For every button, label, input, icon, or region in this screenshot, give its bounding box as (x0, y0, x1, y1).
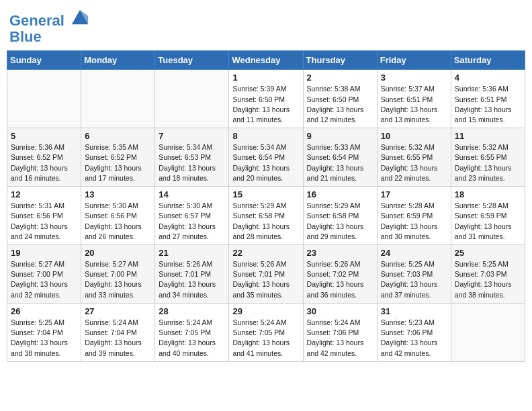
calendar-cell: 3Sunrise: 5:37 AM Sunset: 6:51 PM Daylig… (377, 70, 451, 128)
day-header-thursday: Thursday (303, 51, 377, 70)
day-header-saturday: Saturday (451, 51, 525, 70)
day-info: Sunrise: 5:39 AM Sunset: 6:50 PM Dayligh… (232, 84, 299, 125)
day-info: Sunrise: 5:31 AM Sunset: 6:56 PM Dayligh… (11, 201, 77, 242)
logo-icon (71, 7, 89, 26)
day-number: 10 (381, 131, 447, 141)
calendar-cell: 30Sunrise: 5:24 AM Sunset: 7:06 PM Dayli… (303, 303, 377, 361)
calendar-cell (81, 70, 155, 128)
calendar-table: SundayMondayTuesdayWednesdayThursdayFrid… (7, 50, 525, 361)
day-number: 4 (455, 73, 521, 83)
day-info: Sunrise: 5:36 AM Sunset: 6:51 PM Dayligh… (455, 84, 521, 125)
day-info: Sunrise: 5:34 AM Sunset: 6:53 PM Dayligh… (159, 142, 225, 183)
day-header-friday: Friday (377, 51, 451, 70)
day-info: Sunrise: 5:29 AM Sunset: 6:58 PM Dayligh… (232, 201, 299, 242)
calendar-cell: 26Sunrise: 5:25 AM Sunset: 7:04 PM Dayli… (7, 303, 81, 361)
day-number: 17 (381, 189, 447, 199)
day-info: Sunrise: 5:25 AM Sunset: 7:03 PM Dayligh… (455, 259, 521, 300)
day-number: 28 (159, 306, 225, 316)
day-number: 13 (85, 189, 151, 199)
day-number: 30 (307, 306, 373, 316)
calendar-cell: 9Sunrise: 5:33 AM Sunset: 6:54 PM Daylig… (303, 128, 377, 187)
calendar-cell: 1Sunrise: 5:39 AM Sunset: 6:50 PM Daylig… (229, 70, 303, 128)
day-number: 5 (11, 131, 77, 141)
calendar-cell: 15Sunrise: 5:29 AM Sunset: 6:58 PM Dayli… (229, 187, 303, 245)
calendar-cell: 20Sunrise: 5:27 AM Sunset: 7:00 PM Dayli… (81, 245, 155, 304)
day-info: Sunrise: 5:26 AM Sunset: 7:02 PM Dayligh… (307, 259, 373, 300)
calendar-cell: 7Sunrise: 5:34 AM Sunset: 6:53 PM Daylig… (155, 128, 229, 187)
calendar-cell: 14Sunrise: 5:30 AM Sunset: 6:57 PM Dayli… (155, 187, 229, 245)
calendar-cell: 22Sunrise: 5:26 AM Sunset: 7:01 PM Dayli… (229, 245, 303, 304)
day-header-wednesday: Wednesday (229, 51, 303, 70)
day-info: Sunrise: 5:24 AM Sunset: 7:05 PM Dayligh… (232, 318, 299, 359)
day-info: Sunrise: 5:35 AM Sunset: 6:52 PM Dayligh… (85, 142, 151, 183)
day-info: Sunrise: 5:27 AM Sunset: 7:00 PM Dayligh… (85, 259, 151, 300)
day-info: Sunrise: 5:23 AM Sunset: 7:06 PM Dayligh… (381, 318, 447, 359)
day-info: Sunrise: 5:26 AM Sunset: 7:01 PM Dayligh… (232, 259, 299, 300)
calendar-cell: 24Sunrise: 5:25 AM Sunset: 7:03 PM Dayli… (377, 245, 451, 304)
day-info: Sunrise: 5:32 AM Sunset: 6:55 PM Dayligh… (381, 142, 447, 183)
calendar-cell: 13Sunrise: 5:30 AM Sunset: 6:56 PM Dayli… (81, 187, 155, 245)
day-info: Sunrise: 5:33 AM Sunset: 6:54 PM Dayligh… (307, 142, 373, 183)
day-number: 11 (455, 131, 521, 141)
day-info: Sunrise: 5:30 AM Sunset: 6:56 PM Dayligh… (85, 201, 151, 242)
calendar-cell: 29Sunrise: 5:24 AM Sunset: 7:05 PM Dayli… (229, 303, 303, 361)
day-info: Sunrise: 5:36 AM Sunset: 6:52 PM Dayligh… (11, 142, 77, 183)
day-number: 12 (11, 189, 77, 199)
day-info: Sunrise: 5:25 AM Sunset: 7:03 PM Dayligh… (381, 259, 447, 300)
day-number: 18 (455, 189, 521, 199)
logo: General Blue (9, 7, 89, 45)
calendar-cell: 31Sunrise: 5:23 AM Sunset: 7:06 PM Dayli… (377, 303, 451, 361)
calendar-cell: 2Sunrise: 5:38 AM Sunset: 6:50 PM Daylig… (303, 70, 377, 128)
calendar-cell: 8Sunrise: 5:34 AM Sunset: 6:54 PM Daylig… (229, 128, 303, 187)
calendar-cell (451, 303, 525, 361)
calendar-week-3: 12Sunrise: 5:31 AM Sunset: 6:56 PM Dayli… (7, 187, 525, 245)
day-number: 21 (159, 248, 225, 258)
calendar-cell: 6Sunrise: 5:35 AM Sunset: 6:52 PM Daylig… (81, 128, 155, 187)
day-number: 27 (85, 306, 151, 316)
calendar-cell: 5Sunrise: 5:36 AM Sunset: 6:52 PM Daylig… (7, 128, 81, 187)
day-info: Sunrise: 5:25 AM Sunset: 7:04 PM Dayligh… (11, 318, 77, 359)
day-number: 26 (11, 306, 77, 316)
calendar-week-1: 1Sunrise: 5:39 AM Sunset: 6:50 PM Daylig… (7, 70, 525, 128)
day-number: 2 (307, 73, 373, 83)
day-number: 1 (232, 73, 299, 83)
calendar-cell: 28Sunrise: 5:24 AM Sunset: 7:05 PM Dayli… (155, 303, 229, 361)
calendar-week-4: 19Sunrise: 5:27 AM Sunset: 7:00 PM Dayli… (7, 245, 525, 304)
day-header-monday: Monday (81, 51, 155, 70)
calendar-week-2: 5Sunrise: 5:36 AM Sunset: 6:52 PM Daylig… (7, 128, 525, 187)
calendar-header-row: SundayMondayTuesdayWednesdayThursdayFrid… (7, 51, 525, 70)
day-number: 19 (11, 248, 77, 258)
calendar-cell: 19Sunrise: 5:27 AM Sunset: 7:00 PM Dayli… (7, 245, 81, 304)
day-info: Sunrise: 5:29 AM Sunset: 6:58 PM Dayligh… (307, 201, 373, 242)
calendar-cell: 17Sunrise: 5:28 AM Sunset: 6:59 PM Dayli… (377, 187, 451, 245)
day-info: Sunrise: 5:38 AM Sunset: 6:50 PM Dayligh… (307, 84, 373, 125)
calendar-week-5: 26Sunrise: 5:25 AM Sunset: 7:04 PM Dayli… (7, 303, 525, 361)
calendar-cell: 25Sunrise: 5:25 AM Sunset: 7:03 PM Dayli… (451, 245, 525, 304)
calendar-cell: 23Sunrise: 5:26 AM Sunset: 7:02 PM Dayli… (303, 245, 377, 304)
logo-text: General (9, 7, 89, 29)
calendar-cell: 21Sunrise: 5:26 AM Sunset: 7:01 PM Dayli… (155, 245, 229, 304)
day-number: 31 (381, 306, 447, 316)
day-info: Sunrise: 5:24 AM Sunset: 7:05 PM Dayligh… (159, 318, 225, 359)
day-info: Sunrise: 5:27 AM Sunset: 7:00 PM Dayligh… (11, 259, 77, 300)
day-number: 29 (232, 306, 299, 316)
day-number: 16 (307, 189, 373, 199)
calendar-cell: 11Sunrise: 5:32 AM Sunset: 6:55 PM Dayli… (451, 128, 525, 187)
day-number: 25 (455, 248, 521, 258)
day-number: 15 (232, 189, 299, 199)
calendar-cell: 12Sunrise: 5:31 AM Sunset: 6:56 PM Dayli… (7, 187, 81, 245)
calendar-cell: 16Sunrise: 5:29 AM Sunset: 6:58 PM Dayli… (303, 187, 377, 245)
day-info: Sunrise: 5:26 AM Sunset: 7:01 PM Dayligh… (159, 259, 225, 300)
day-number: 7 (159, 131, 225, 141)
day-info: Sunrise: 5:24 AM Sunset: 7:04 PM Dayligh… (85, 318, 151, 359)
day-number: 20 (85, 248, 151, 258)
calendar-cell: 27Sunrise: 5:24 AM Sunset: 7:04 PM Dayli… (81, 303, 155, 361)
calendar-cell: 10Sunrise: 5:32 AM Sunset: 6:55 PM Dayli… (377, 128, 451, 187)
day-number: 24 (381, 248, 447, 258)
calendar-cell: 18Sunrise: 5:28 AM Sunset: 6:59 PM Dayli… (451, 187, 525, 245)
day-number: 8 (232, 131, 299, 141)
calendar-cell (7, 70, 81, 128)
day-number: 23 (307, 248, 373, 258)
day-info: Sunrise: 5:24 AM Sunset: 7:06 PM Dayligh… (307, 318, 373, 359)
logo-general: General (9, 12, 64, 29)
